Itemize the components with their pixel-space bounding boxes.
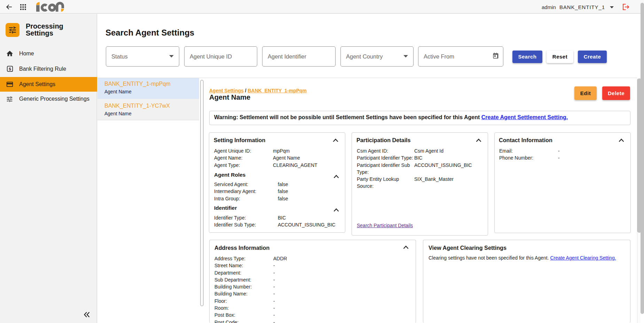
svg-text:$: $ [9, 66, 11, 71]
